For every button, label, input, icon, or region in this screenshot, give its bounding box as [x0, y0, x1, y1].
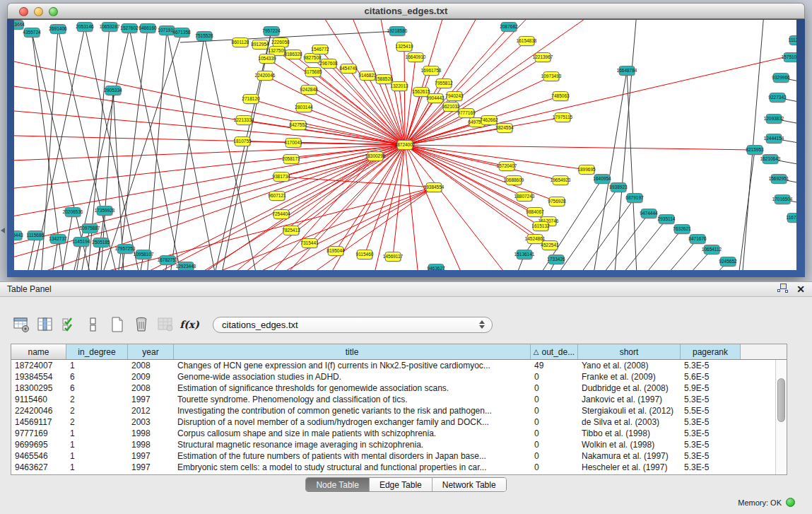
graph-node[interactable]: 7957224	[262, 27, 281, 37]
graph-node[interactable]: 7315441	[300, 239, 319, 249]
graph-node[interactable]: 18724007	[395, 141, 416, 151]
column-header-out_degree[interactable]: △out_de...	[531, 344, 578, 359]
graph-node[interactable]: 8912954	[251, 40, 269, 50]
graph-node[interactable]: 12444154	[764, 134, 784, 144]
graph-node[interactable]: 9777169	[457, 109, 476, 119]
graph-edge[interactable]	[81, 33, 182, 270]
graph-node[interactable]: 17359928	[95, 206, 115, 216]
graph-node[interactable]: 17957253	[115, 245, 136, 255]
graph-edge[interactable]	[309, 90, 405, 145]
graph-node[interactable]: 19384554	[424, 183, 445, 193]
zoom-window-icon[interactable]	[49, 7, 58, 16]
table-selector-dropdown[interactable]: citations_edges.txt	[213, 317, 493, 333]
graph-node[interactable]: 10958107	[134, 250, 154, 260]
graph-edge[interactable]	[405, 145, 514, 180]
graph-edge[interactable]	[281, 177, 434, 187]
table-row[interactable]: 946362711997Embryonic stem cells: a mode…	[11, 462, 775, 473]
graph-node[interactable]: 7254404	[272, 210, 290, 220]
graph-node[interactable]: 1546772	[311, 45, 329, 55]
graph-node[interactable]: 9756928	[548, 197, 566, 207]
graph-node[interactable]: 10688609	[504, 176, 524, 186]
graph-node[interactable]: 1112304	[789, 36, 796, 46]
graph-edge[interactable]	[113, 90, 126, 270]
graph-node[interactable]: 8601128	[232, 38, 249, 48]
graph-node[interactable]: 1899695	[577, 165, 596, 175]
graph-node[interactable]: 7940243	[445, 92, 464, 102]
row-height-icon[interactable]	[83, 314, 104, 335]
float-window-icon[interactable]	[777, 284, 788, 295]
graph-node[interactable]: 1810755	[233, 137, 252, 147]
graph-node[interactable]: 4170041	[284, 139, 302, 148]
graph-node[interactable]: 10973493	[541, 72, 562, 82]
graph-node[interactable]: 1167533	[787, 214, 796, 223]
table-row[interactable]: 969969511998Structural magnetic resonanc…	[11, 439, 775, 450]
network-canvas[interactable]: 1872400718300295193845541325419166409101…	[14, 20, 796, 270]
graph-edge[interactable]	[405, 57, 416, 145]
table-row[interactable]: 977716911998Corpus callosum shape and si…	[11, 428, 775, 439]
table-row[interactable]: 1456911722003Disruption of a novel membe…	[11, 416, 775, 428]
graph-edge[interactable]	[405, 145, 557, 201]
column-header-pagerank[interactable]: pagerank	[681, 344, 741, 359]
graph-node[interactable]: 8471676	[688, 235, 707, 245]
graph-node[interactable]: 19218586	[387, 27, 408, 37]
graph-node[interactable]: 7515528	[195, 32, 213, 42]
graph-node[interactable]: 9827508	[303, 54, 322, 64]
graph-node[interactable]: 9463627	[427, 264, 445, 271]
graph-node[interactable]: 2718120	[242, 95, 260, 105]
graph-node[interactable]: 9115460	[356, 250, 374, 260]
tab-node-table[interactable]: Node Table	[306, 478, 370, 491]
graph-edge[interactable]	[405, 145, 424, 270]
graph-node[interactable]: 3915443	[14, 231, 23, 241]
tab-network-table[interactable]: Network Table	[433, 478, 506, 491]
graph-edge[interactable]	[578, 229, 682, 270]
graph-node[interactable]: 9329966	[772, 74, 790, 83]
graph-node[interactable]: 8938923	[609, 183, 628, 193]
table-row[interactable]: 1938455462009Genome-wide association stu…	[11, 371, 775, 382]
graph-node[interactable]: 1145194	[73, 238, 90, 247]
graph-node[interactable]: 18300295	[365, 152, 386, 162]
graph-node[interactable]: 17016504	[772, 195, 793, 205]
graph-node[interactable]: 1733426	[547, 255, 565, 265]
graph-node[interactable]: 19654923	[551, 176, 571, 186]
minimize-window-icon[interactable]	[34, 7, 43, 16]
graph-node[interactable]: 12213334	[234, 116, 254, 126]
graph-node[interactable]: 12213967	[533, 53, 553, 63]
graph-node[interactable]: 15136141	[514, 250, 535, 260]
graph-node[interactable]: 7825413	[282, 226, 300, 236]
graph-node[interactable]: 6879197	[625, 194, 644, 204]
column-header-short[interactable]: short	[578, 344, 681, 359]
graph-node[interactable]: 16782753	[158, 256, 178, 266]
graph-node[interactable]: 8215953	[746, 146, 764, 156]
graph-edge[interactable]	[608, 250, 712, 270]
table-row[interactable]: 946554611997Estimation of the future num…	[11, 450, 775, 462]
graph-node[interactable]: 2053146	[76, 23, 94, 33]
graph-node[interactable]: 18807243	[514, 192, 535, 202]
vertical-scrollbar[interactable]	[775, 360, 787, 474]
graph-node[interactable]: 2058171	[282, 155, 300, 165]
graph-node[interactable]: 1342737	[49, 235, 67, 245]
collapse-panel-arrow-icon[interactable]	[1, 228, 5, 233]
new-column-icon[interactable]	[107, 314, 128, 335]
graph-node[interactable]: 16648784	[617, 66, 637, 76]
graph-node[interactable]: 9245652	[719, 257, 737, 267]
graph-edge[interactable]	[405, 27, 509, 145]
column-header-title[interactable]: title	[174, 344, 531, 359]
graph-edge[interactable]	[735, 150, 755, 270]
graph-node[interactable]: 8195044	[326, 247, 345, 257]
table-row[interactable]: 1830029562008Estimation of significance …	[11, 382, 775, 394]
show-columns-icon[interactable]	[35, 314, 56, 335]
tab-edge-table[interactable]: Edge Table	[370, 478, 433, 491]
graph-node[interactable]: 9474444	[640, 209, 658, 219]
graph-node[interactable]: 14569117	[383, 252, 404, 262]
graph-node[interactable]: 3175685	[304, 68, 322, 78]
graph-edge[interactable]	[405, 145, 587, 170]
graph-edge[interactable]	[529, 198, 635, 270]
graph-node[interactable]: 4522541	[541, 241, 559, 251]
graph-node[interactable]: 1615132	[531, 222, 550, 232]
graph-node[interactable]: 16640910	[406, 53, 426, 63]
graph-node[interactable]: 16961758	[421, 66, 442, 76]
graph-node[interactable]: 6466160	[139, 24, 157, 34]
window-titlebar[interactable]: citations_edges.txt	[7, 3, 805, 19]
graph-node[interactable]: 2967608	[319, 59, 338, 69]
graph-edge[interactable]	[129, 28, 187, 270]
